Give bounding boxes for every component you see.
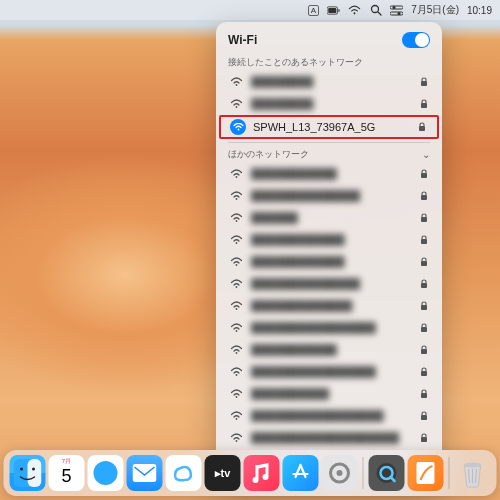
svg-point-45 (32, 468, 35, 471)
dock-system-settings[interactable] (322, 455, 358, 491)
control-center-icon[interactable] (390, 4, 403, 17)
svg-rect-49 (133, 464, 157, 482)
svg-rect-39 (421, 415, 427, 420)
svg-point-20 (235, 220, 237, 222)
divider (228, 142, 430, 143)
lock-icon (420, 213, 430, 223)
dock-mail[interactable] (127, 455, 163, 491)
lock-icon (420, 169, 430, 179)
lock-icon (420, 411, 430, 421)
wifi-signal-icon (228, 386, 244, 402)
svg-point-32 (235, 352, 237, 354)
wifi-signal-icon (228, 232, 244, 248)
lock-icon (420, 389, 430, 399)
network-row[interactable]: ██████████████ (216, 185, 442, 207)
dock-music[interactable] (244, 455, 280, 491)
svg-rect-19 (421, 195, 427, 200)
network-name: ██████ (251, 212, 413, 224)
network-row[interactable]: ███████████ (216, 339, 442, 361)
svg-rect-27 (421, 283, 427, 288)
svg-rect-21 (421, 217, 427, 222)
svg-point-7 (393, 6, 396, 9)
svg-point-24 (235, 264, 237, 266)
dock-appstore[interactable] (283, 455, 319, 491)
dock-pages[interactable] (408, 455, 444, 491)
wifi-signal-icon (228, 320, 244, 336)
svg-rect-6 (390, 6, 403, 9)
wifi-signal-icon (228, 298, 244, 314)
svg-rect-31 (421, 327, 427, 332)
other-networks-label[interactable]: ほかのネットワーク ⌄ (216, 146, 442, 163)
svg-rect-23 (421, 239, 427, 244)
wifi-signal-icon (228, 254, 244, 270)
network-name: █████████████████ (251, 410, 413, 422)
dock-quicktime[interactable] (369, 455, 405, 491)
lock-icon (420, 433, 430, 443)
dock-freeform[interactable] (166, 455, 202, 491)
svg-point-34 (235, 374, 237, 376)
network-row[interactable]: ██████████████ (216, 273, 442, 295)
svg-point-44 (20, 468, 23, 471)
svg-point-40 (235, 440, 237, 442)
svg-rect-33 (421, 349, 427, 354)
known-networks-label: 接続したことのあるネットワーク (216, 54, 442, 71)
dock-safari[interactable] (88, 455, 124, 491)
network-name: ██████████████ (251, 190, 413, 202)
wifi-title: Wi-Fi (228, 33, 257, 47)
svg-rect-41 (421, 437, 427, 442)
svg-point-9 (398, 12, 401, 15)
wifi-signal-icon (228, 74, 244, 90)
wifi-signal-icon (228, 166, 244, 182)
wifi-signal-icon (228, 364, 244, 380)
dock-calendar[interactable]: 7月5 (49, 455, 85, 491)
wifi-connected-icon (230, 119, 246, 135)
svg-rect-15 (419, 126, 425, 131)
svg-point-28 (235, 308, 237, 310)
network-row[interactable]: █████████████ (216, 295, 442, 317)
svg-point-38 (235, 418, 237, 420)
wifi-panel: Wi-Fi 接続したことのあるネットワーク ████████████████ S… (216, 22, 442, 487)
lock-icon (420, 235, 430, 245)
dock-separator (449, 457, 450, 489)
svg-point-16 (235, 176, 237, 178)
network-name: █████████████ (251, 300, 413, 312)
wifi-menubar-icon[interactable] (348, 4, 361, 17)
network-name: ████████████████ (251, 322, 413, 334)
network-name: ████████████ (251, 234, 413, 246)
network-row[interactable]: ██████████ (216, 383, 442, 405)
selected-network-row[interactable]: SPWH_L13_73967A_5G (219, 115, 439, 139)
network-row[interactable]: ████████████████ (216, 361, 442, 383)
network-row[interactable]: ███████████ (216, 163, 442, 185)
network-row[interactable]: ██████ (216, 207, 442, 229)
input-mode-indicator[interactable]: A (308, 5, 319, 16)
battery-icon[interactable] (327, 4, 340, 17)
menubar-date[interactable]: 7月5日(金) (411, 3, 459, 17)
menubar-time[interactable]: 10:19 (467, 5, 492, 16)
dock-trash[interactable] (455, 455, 491, 491)
wifi-toggle[interactable] (402, 32, 430, 48)
svg-point-4 (371, 6, 378, 13)
svg-rect-2 (339, 9, 340, 11)
svg-rect-8 (390, 12, 403, 15)
dock-appletv[interactable]: ▸tv (205, 455, 241, 491)
network-row[interactable]: ████████████ (216, 229, 442, 251)
dock-finder[interactable] (10, 455, 46, 491)
network-row[interactable]: █████████████████ (216, 405, 442, 427)
network-row[interactable]: ███████████████████ (216, 427, 442, 449)
network-row[interactable]: ████████ (216, 93, 442, 115)
selected-network-name: SPWH_L13_73967A_5G (253, 121, 411, 133)
network-row[interactable]: ████████████████ (216, 317, 442, 339)
svg-point-18 (235, 198, 237, 200)
wifi-signal-icon (228, 188, 244, 204)
lock-icon (420, 257, 430, 267)
svg-point-12 (235, 106, 237, 108)
network-name: ███████████ (251, 344, 413, 356)
network-row[interactable]: ████████████ (216, 251, 442, 273)
lock-icon (420, 279, 430, 289)
svg-point-55 (464, 463, 482, 468)
svg-rect-35 (421, 371, 427, 376)
network-row[interactable]: ████████ (216, 71, 442, 93)
search-icon[interactable] (369, 4, 382, 17)
lock-icon (420, 367, 430, 377)
lock-icon (420, 323, 430, 333)
